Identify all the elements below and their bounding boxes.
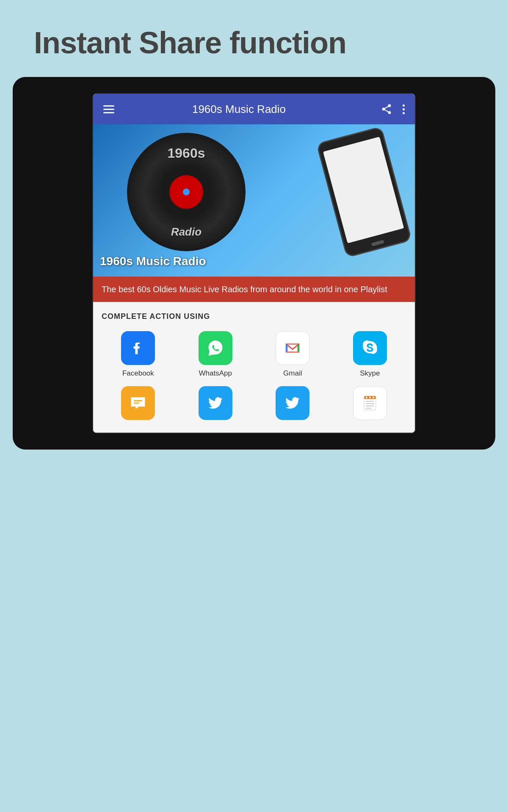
app-item-whatsapp[interactable]: WhatsApp [179,331,252,378]
share-icon [381,103,392,115]
app-screen: 1960s Music Radio [93,94,415,433]
app-item-notes[interactable] [334,386,407,424]
dot2 [403,108,405,110]
vinyl-text-bottom: Radio [171,225,202,239]
apps-grid-row2 [102,386,406,424]
twitter2-icon [276,386,309,420]
svg-point-3 [365,397,367,398]
phone-mock-button [371,240,384,246]
phone-mock-screen [323,137,404,243]
vinyl-text: 1960s Radio [127,133,246,251]
whatsapp-label: WhatsApp [199,369,232,378]
skype-icon [353,331,387,365]
app-item-twitter1[interactable] [179,386,252,424]
app-bar-title: 1960s Music Radio [118,103,360,116]
vinyl-text-top: 1960s [168,145,205,161]
twitter1-icon [199,386,232,420]
gmail-label: Gmail [283,369,302,378]
chat-icon [121,386,155,420]
hero-subtitle-bar: The best 60s Oldies Music Live Radios fr… [93,277,415,302]
svg-point-5 [373,397,374,398]
hero-overlay-title: 1960s Music Radio [100,255,206,268]
notes-icon [353,386,387,420]
vinyl-outer: 1960s Radio [127,133,246,251]
facebook-icon [121,331,155,365]
phone-mock-frame [316,126,412,258]
app-bar-actions [377,100,408,118]
gmail-icon [276,331,309,365]
app-item-twitter2[interactable] [256,386,329,424]
dot3 [403,112,405,114]
dot1 [403,104,405,107]
more-button[interactable] [399,101,408,118]
action-title: COMPLETE ACTION USING [102,312,406,321]
app-bar: 1960s Music Radio [93,94,415,124]
action-section: COMPLETE ACTION USING Facebook [93,302,415,433]
hero-subtitle-text: The best 60s Oldies Music Live Radios fr… [102,283,406,295]
app-item-facebook[interactable]: Facebook [102,331,175,378]
skype-label: Skype [360,369,380,378]
whatsapp-icon [199,331,232,365]
hero-image: 1960s Radio 1960s Music Radio The best 6… [93,124,415,302]
tablet-frame: 1960s Music Radio [13,77,495,450]
apps-grid-row1: Facebook WhatsApp [102,331,406,378]
app-item-chat[interactable] [102,386,175,424]
facebook-label: Facebook [122,369,154,378]
vinyl-record: 1960s Radio [127,133,246,251]
share-button[interactable] [377,100,396,118]
page-title: Instant Share function [0,0,508,77]
app-item-gmail[interactable]: Gmail [256,331,329,378]
svg-point-4 [369,397,371,398]
phone-mockup [330,133,398,251]
app-item-skype[interactable]: Skype [334,331,407,378]
menu-button[interactable] [100,102,118,117]
